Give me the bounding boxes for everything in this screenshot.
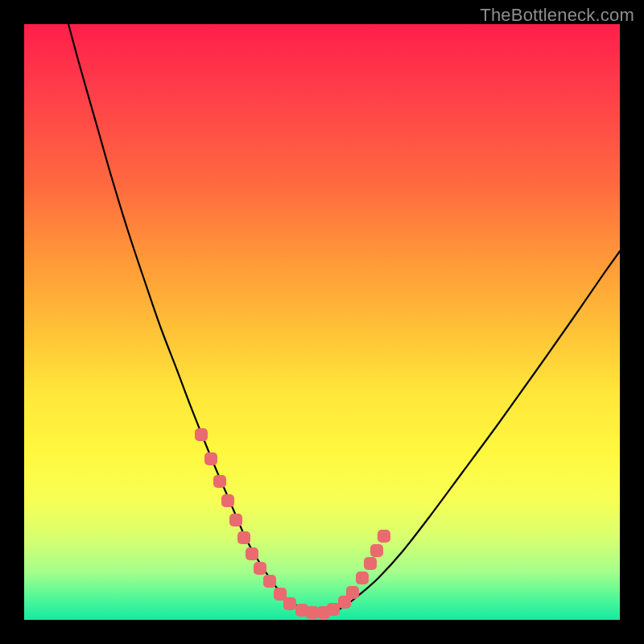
curve-marker <box>378 530 390 543</box>
curve-marker <box>263 575 276 588</box>
curve-marker <box>370 544 383 557</box>
curve-marker <box>213 475 226 488</box>
curve-marker <box>221 494 234 507</box>
curve-marker <box>229 514 242 526</box>
curve-marker <box>246 547 258 560</box>
curve-marker <box>283 597 296 610</box>
curve-marker <box>237 531 250 544</box>
curve-marker <box>195 428 208 441</box>
curve-marker <box>306 606 319 619</box>
curve-marker <box>204 452 217 465</box>
watermark-text: TheBottleneck.com <box>480 5 634 26</box>
curve-markers <box>195 428 390 619</box>
curve-marker <box>254 562 266 575</box>
chart-overlay <box>24 24 620 620</box>
curve-marker <box>346 586 359 599</box>
curve-marker <box>356 572 369 584</box>
bottleneck-curve <box>68 24 620 613</box>
curve-marker <box>327 603 340 616</box>
curve-marker <box>364 557 377 570</box>
